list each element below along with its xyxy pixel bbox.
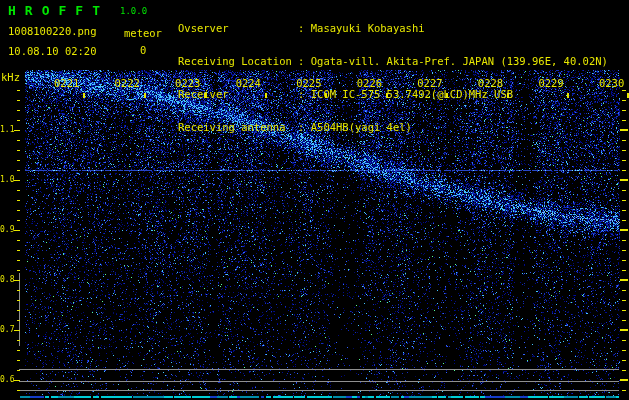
- app-version: 1.0.0: [120, 7, 147, 16]
- info-label: Ovserver: [178, 23, 298, 34]
- time-tick-label: 0223: [175, 77, 200, 89]
- info-label: Receiving antenna: [178, 122, 298, 133]
- time-tick-label: 0228: [478, 77, 503, 89]
- time-tick-label: 0230: [599, 77, 624, 89]
- hrofft-window: HROFFT 1.0.0 1008100220.png meteor 10.08…: [0, 0, 629, 400]
- time-tick-label: 0227: [417, 77, 442, 89]
- freq-tick-label: 0.6: [0, 375, 14, 384]
- info-row-receiver: Receiver: ICOM IC-575 53.7492(@LCD)MHz U…: [178, 89, 608, 101]
- observation-datetime: 10.08.10 02:20: [8, 46, 97, 57]
- time-tick-label: 0225: [296, 77, 321, 89]
- time-tick-label: 0224: [236, 77, 261, 89]
- freq-tick-label: 1.1: [0, 125, 14, 134]
- info-value: Ogata-vill. Akita-Pref. JAPAN (139.96E, …: [311, 55, 608, 67]
- time-tick-label: 0221: [54, 77, 79, 89]
- freq-axis-unit: kHz: [1, 72, 20, 83]
- meteor-count-label: meteor: [124, 28, 162, 39]
- meteor-count-value: 0: [140, 45, 146, 56]
- info-separator: :: [298, 55, 311, 67]
- freq-tick-label: 1.0: [0, 175, 14, 184]
- info-value: ICOM IC-575 53.7492(@LCD)MHz USB: [311, 88, 513, 100]
- info-separator: :: [298, 88, 311, 100]
- time-tick-label: 0229: [538, 77, 563, 89]
- info-label: Receiving Location: [178, 56, 298, 67]
- info-label: Receiver: [178, 89, 298, 100]
- info-separator: :: [298, 22, 311, 34]
- app-title: HROFFT: [8, 4, 109, 17]
- info-row-observer: Ovserver: Masayuki Kobayashi: [178, 23, 608, 35]
- info-separator: :: [298, 121, 311, 133]
- freq-tick-label: 0.7: [0, 325, 14, 334]
- output-filename: 1008100220.png: [8, 26, 97, 37]
- info-row-antenna: Receiving antennaA504HB(yagi 4el): A504H…: [178, 122, 608, 134]
- info-row-location: Receiving Location: Ogata-vill. Akita-Pr…: [178, 56, 608, 68]
- info-value: Masayuki Kobayashi: [311, 22, 425, 34]
- freq-tick-label: 0.9: [0, 225, 14, 234]
- time-tick-label: 0222: [115, 77, 140, 89]
- freq-tick-label: 0.8: [0, 275, 14, 284]
- time-tick-label: 0226: [357, 77, 382, 89]
- info-value: A504HB(yagi 4el): [311, 121, 412, 133]
